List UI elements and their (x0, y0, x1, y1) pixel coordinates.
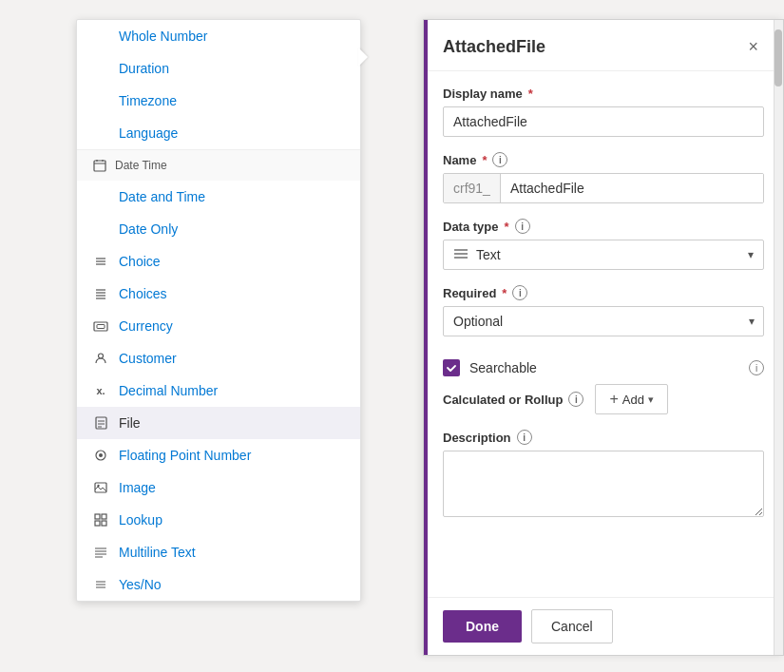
searchable-checkbox[interactable] (443, 359, 460, 376)
list-item-multiline-text[interactable]: Multiline Text (77, 536, 360, 568)
file-icon (92, 414, 109, 432)
list-item-whole-number[interactable]: Whole Number (77, 20, 360, 52)
date-only-label: Date Only (119, 221, 178, 237)
file-label: File (119, 415, 141, 431)
name-group: Name * i crf91_ (443, 152, 764, 203)
list-item-lookup[interactable]: Lookup (77, 504, 360, 536)
list-item-timezone[interactable]: Timezone (77, 85, 360, 117)
data-type-required-star: * (505, 220, 509, 234)
calc-rollup-info-icon[interactable]: i (568, 392, 583, 407)
whole-number-label: Whole Number (119, 29, 207, 44)
data-type-selected-value: Text (476, 247, 748, 262)
list-item-date-only[interactable]: Date Only (77, 213, 360, 245)
list-item-currency[interactable]: Currency (77, 310, 360, 342)
add-chevron-icon: ▾ (648, 394, 654, 406)
name-info-icon[interactable]: i (492, 152, 507, 167)
required-select[interactable]: Optional Business Required System Requir… (443, 306, 764, 336)
image-label: Image (119, 480, 156, 495)
date-only-icon (92, 221, 109, 238)
list-item-date-and-time[interactable]: Date and Time (77, 181, 360, 213)
list-item-choice[interactable]: Choice (77, 245, 360, 278)
svg-rect-23 (102, 514, 106, 519)
date-time-section-header: Date Time (77, 149, 360, 181)
description-info-icon[interactable]: i (517, 430, 532, 445)
list-item-yes-no[interactable]: Yes/No (77, 568, 360, 601)
display-name-input[interactable] (443, 106, 764, 137)
date-and-time-icon (92, 188, 109, 205)
calc-rollup-label: Calculated or Rollup i (443, 392, 583, 407)
svg-rect-22 (95, 514, 100, 519)
description-textarea[interactable] (443, 451, 764, 517)
display-name-label: Display name * (443, 86, 764, 101)
customer-label: Customer (119, 351, 177, 366)
required-group: Required * i Optional Business Required … (443, 285, 764, 336)
scroll-thumb[interactable] (774, 29, 782, 86)
panel-footer: Done Cancel (424, 597, 783, 655)
multiline-text-icon (92, 544, 109, 561)
list-item-choices[interactable]: Choices (77, 278, 360, 310)
name-input[interactable] (501, 174, 763, 202)
duration-icon (92, 60, 109, 77)
svg-rect-11 (94, 322, 107, 331)
date-time-section-icon (92, 158, 107, 173)
date-and-time-label: Date and Time (119, 189, 205, 204)
searchable-row: Searchable i (443, 352, 764, 384)
panel-body: Display name * Name * i crf91_ Data type… (424, 71, 783, 597)
multiline-text-label: Multiline Text (119, 545, 196, 560)
name-prefix-label: crf91_ (444, 174, 501, 202)
choice-label: Choice (119, 254, 161, 269)
decimal-number-icon: x. (92, 382, 109, 399)
required-info-icon[interactable]: i (512, 285, 527, 300)
lookup-icon (92, 511, 109, 528)
list-item-image[interactable]: Image (77, 471, 360, 504)
choices-label: Choices (119, 286, 167, 301)
list-item-customer[interactable]: Customer (77, 342, 360, 374)
done-button[interactable]: Done (443, 610, 522, 643)
yes-no-icon (92, 576, 109, 593)
description-label: Description i (443, 430, 764, 445)
svg-point-19 (99, 453, 103, 457)
close-button[interactable]: × (742, 35, 764, 59)
list-item-file[interactable]: File (77, 407, 360, 439)
svg-rect-0 (94, 161, 105, 171)
list-item-decimal-number[interactable]: x. Decimal Number (77, 374, 360, 407)
floating-point-icon (92, 447, 109, 464)
list-item-floating-point[interactable]: Floating Point Number (77, 439, 360, 471)
required-required-star: * (502, 286, 507, 300)
scroll-indicator[interactable] (774, 20, 783, 655)
decimal-number-label: Decimal Number (119, 383, 218, 398)
whole-number-icon (92, 28, 109, 45)
display-name-group: Display name * (443, 86, 764, 137)
required-label: Required * i (443, 285, 764, 300)
required-select-wrap: Optional Business Required System Requir… (443, 306, 764, 336)
data-type-group: Data type * i Text ▾ (443, 219, 764, 270)
list-item-language[interactable]: Language (77, 117, 360, 149)
floating-point-label: Floating Point Number (119, 448, 251, 463)
lookup-label: Lookup (119, 512, 163, 528)
timezone-label: Timezone (119, 93, 177, 108)
name-required-star: * (482, 153, 487, 167)
data-type-select[interactable]: Text ▾ (443, 240, 764, 270)
image-icon (92, 479, 109, 496)
language-label: Language (119, 125, 178, 141)
data-type-info-icon[interactable]: i (515, 219, 530, 234)
duration-label: Duration (119, 61, 169, 76)
svg-point-13 (99, 354, 104, 358)
calc-rollup-add-button[interactable]: + Add ▾ (595, 384, 667, 414)
language-icon (92, 125, 109, 142)
panel-arrow (358, 48, 368, 67)
svg-rect-12 (97, 325, 105, 329)
description-group: Description i (443, 430, 764, 520)
searchable-label: Searchable (469, 360, 739, 375)
searchable-info-icon[interactable]: i (749, 360, 764, 375)
panel-title: AttachedFile (443, 37, 545, 57)
currency-label: Currency (119, 318, 173, 334)
name-prefix-input-wrap: crf91_ (443, 173, 764, 203)
name-label: Name * i (443, 152, 764, 167)
list-item-duration[interactable]: Duration (77, 52, 360, 85)
right-panel: AttachedFile × Display name * Name * i c… (423, 19, 784, 656)
choices-icon (92, 285, 109, 302)
cancel-button[interactable]: Cancel (531, 609, 613, 643)
choice-icon (92, 253, 109, 270)
add-plus-icon: + (609, 391, 618, 408)
